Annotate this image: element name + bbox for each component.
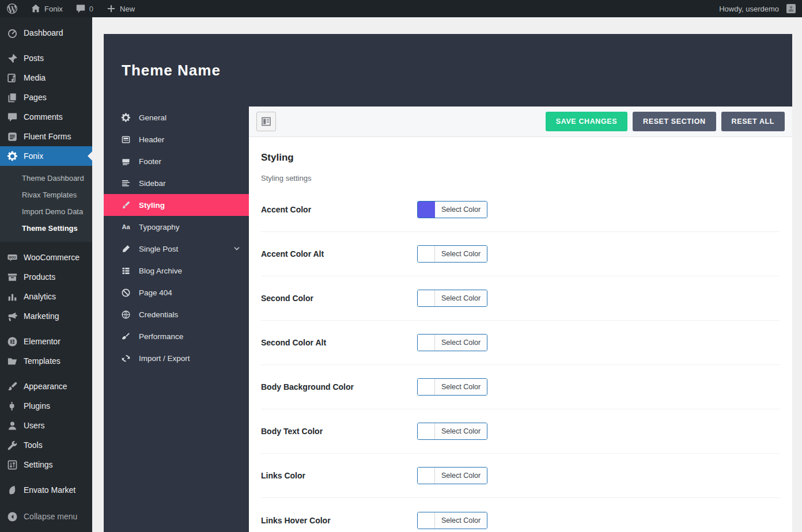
- wp-admin-sidebar: DashboardPostsMediaPagesCommentsFluent F…: [0, 17, 92, 532]
- main-area: Theme Name GeneralHeaderFooterSidebarSty…: [92, 17, 802, 532]
- sidebar-item-appearance[interactable]: Appearance: [0, 377, 92, 396]
- admin-bar-right: Howdy, userdemo: [713, 0, 802, 17]
- comment-bubble-icon: [75, 3, 86, 14]
- color-swatch: [418, 202, 435, 218]
- sidebar-item-woocommerce[interactable]: WOOWooCommerce: [0, 248, 92, 267]
- color-picker-button-links-hover-color[interactable]: Select Color: [417, 512, 487, 529]
- tab-performance[interactable]: Performance: [104, 325, 249, 347]
- tab-label: Import / Export: [139, 354, 190, 363]
- admin-bar: Fonix 0 New Howdy, userdemo: [0, 0, 802, 17]
- sidebar-item-elementor[interactable]: Elementor: [0, 332, 92, 351]
- folder-icon: [7, 356, 18, 367]
- setting-row-second-color-alt: Second Color AltSelect Color: [261, 321, 780, 365]
- sidebar-item-marketing[interactable]: Marketing: [0, 306, 92, 326]
- sidebar-item-label: Users: [24, 421, 45, 430]
- sidebar-item-label: Media: [24, 73, 46, 82]
- wordpress-logo[interactable]: [0, 0, 24, 17]
- sidebar-item-plugins[interactable]: Plugins: [0, 396, 92, 416]
- color-picker-button-accent-color[interactable]: Select Color: [417, 201, 487, 218]
- media-icon: [7, 73, 18, 83]
- sidebar-item-fluent-forms[interactable]: Fluent Forms: [0, 127, 92, 146]
- tab-header[interactable]: Header: [104, 128, 249, 150]
- comments-indicator[interactable]: 0: [69, 0, 100, 17]
- sidebar-item-settings[interactable]: Settings: [0, 455, 92, 474]
- reset-section-button[interactable]: RESET SECTION: [633, 112, 716, 131]
- save-changes-button[interactable]: SAVE CHANGES: [546, 112, 627, 131]
- sidebar-item-products[interactable]: Products: [0, 267, 92, 287]
- sidebar-item-label: Tools: [24, 440, 43, 450]
- panel-toggle-button[interactable]: [256, 112, 276, 131]
- sidebar-item-label: Fonix: [24, 151, 43, 161]
- pages-icon: [7, 92, 18, 103]
- tab-sidebar[interactable]: Sidebar: [104, 172, 249, 194]
- menu-separator: [0, 242, 92, 248]
- site-name-menu[interactable]: Fonix: [24, 0, 69, 17]
- panel-main: SAVE CHANGES RESET SECTION RESET ALL Sty…: [249, 107, 792, 532]
- tab-single-post[interactable]: Single Post: [104, 238, 249, 260]
- sidebar-item-posts[interactable]: Posts: [0, 48, 92, 68]
- collapse-icon: [7, 511, 18, 522]
- new-label: New: [120, 5, 135, 13]
- collapse-menu-button[interactable]: Collapse menu: [0, 507, 92, 526]
- svg-text:WOO: WOO: [9, 256, 16, 259]
- tab-blog-archive[interactable]: Blog Archive: [104, 260, 249, 282]
- menu-separator: [0, 43, 92, 48]
- sidebar-item-label: WooCommerce: [24, 253, 80, 262]
- sync-icon: [121, 354, 131, 363]
- woocommerce-icon: WOO: [7, 252, 18, 263]
- tab-label: Typography: [139, 223, 180, 231]
- color-swatch: [418, 246, 435, 262]
- sidebar-lines-icon: [121, 178, 131, 188]
- sidebar-item-envato-market[interactable]: Envato Market: [0, 480, 92, 500]
- tab-label: Credentials: [139, 310, 178, 319]
- setting-row-links-hover-color: Links Hover ColorSelect Color: [261, 498, 780, 532]
- plugin-icon: [7, 401, 18, 412]
- sidebar-item-tools[interactable]: Tools: [0, 435, 92, 455]
- reset-all-button[interactable]: RESET ALL: [721, 112, 785, 131]
- submenu-item-theme-dashboard[interactable]: Theme Dashboard: [0, 170, 92, 187]
- setting-label: Second Color: [261, 294, 417, 303]
- tab-page-404[interactable]: Page 404: [104, 282, 249, 303]
- tab-footer[interactable]: Footer: [104, 150, 249, 172]
- theme-header: Theme Name: [104, 34, 792, 107]
- tab-credentials[interactable]: Credentials: [104, 303, 249, 325]
- fonix-submenu: Theme DashboardRivax TemplatesImport Dem…: [0, 166, 92, 242]
- sidebar-item-templates[interactable]: Templates: [0, 351, 92, 371]
- sidebar-item-fonix[interactable]: Fonix: [0, 146, 92, 166]
- select-color-label: Select Color: [435, 202, 487, 218]
- sidebar-item-analytics[interactable]: Analytics: [0, 287, 92, 306]
- color-swatch: [418, 335, 435, 351]
- svg-text:Aa: Aa: [122, 223, 130, 230]
- color-picker-button-body-background-color[interactable]: Select Color: [417, 378, 487, 396]
- select-color-label: Select Color: [435, 468, 487, 484]
- sidebar-item-comments[interactable]: Comments: [0, 107, 92, 127]
- tab-typography[interactable]: AaTypography: [104, 216, 249, 238]
- tab-general[interactable]: General: [104, 107, 249, 128]
- plus-icon: [106, 3, 116, 14]
- submenu-item-rivax-templates[interactable]: Rivax Templates: [0, 187, 92, 203]
- broom-icon: [121, 332, 131, 341]
- submenu-item-theme-settings[interactable]: Theme Settings: [0, 220, 92, 237]
- submenu-item-import-demo-data[interactable]: Import Demo Data: [0, 203, 92, 220]
- color-picker-button-second-color[interactable]: Select Color: [417, 290, 487, 307]
- sidebar-item-label: Envato Market: [24, 485, 75, 495]
- setting-row-links-color: Links ColorSelect Color: [261, 454, 780, 498]
- select-color-label: Select Color: [435, 246, 487, 262]
- wrench-icon: [7, 440, 18, 451]
- sidebar-item-users[interactable]: Users: [0, 416, 92, 435]
- tab-styling[interactable]: Styling: [104, 194, 249, 216]
- sidebar-item-dashboard[interactable]: Dashboard: [0, 23, 92, 43]
- color-picker-button-links-color[interactable]: Select Color: [417, 467, 487, 484]
- sidebar-item-media[interactable]: Media: [0, 68, 92, 88]
- color-picker-button-body-text-color[interactable]: Select Color: [417, 423, 487, 440]
- bar-chart-icon: [7, 291, 18, 302]
- menu-separator: [0, 474, 92, 480]
- sidebar-item-pages[interactable]: Pages: [0, 88, 92, 107]
- color-picker-button-accent-color-alt[interactable]: Select Color: [417, 245, 487, 263]
- account-menu[interactable]: Howdy, userdemo: [713, 0, 802, 17]
- setting-label: Body Text Color: [261, 427, 417, 436]
- new-content-menu[interactable]: New: [100, 0, 141, 17]
- color-picker-button-second-color-alt[interactable]: Select Color: [417, 334, 487, 351]
- tab-import-export[interactable]: Import / Export: [104, 347, 249, 369]
- theme-title: Theme Name: [104, 62, 221, 79]
